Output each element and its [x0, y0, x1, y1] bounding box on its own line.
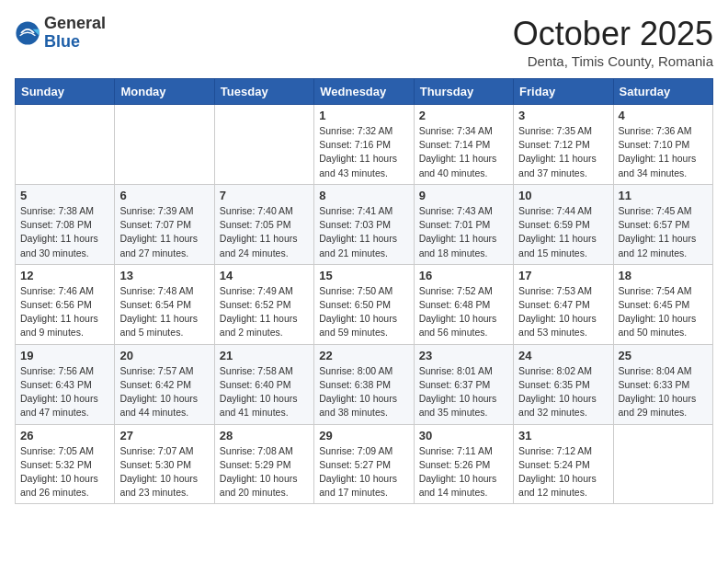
title-block: October 2025 Denta, Timis County, Romani… — [513, 15, 713, 69]
logo-blue: Blue — [44, 33, 106, 52]
day-info: Sunrise: 7:35 AM Sunset: 7:12 PM Dayligh… — [518, 124, 608, 180]
logo-icon — [15, 20, 40, 46]
day-number: 28 — [220, 429, 309, 442]
day-info: Sunrise: 7:11 AM Sunset: 5:26 PM Dayligh… — [419, 444, 508, 500]
calendar-cell: 5Sunrise: 7:38 AM Sunset: 7:08 PM Daylig… — [16, 184, 115, 264]
calendar-week-row: 5Sunrise: 7:38 AM Sunset: 7:08 PM Daylig… — [16, 184, 713, 264]
calendar-cell: 15Sunrise: 7:50 AM Sunset: 6:50 PM Dayli… — [314, 264, 414, 344]
weekday-header: Monday — [115, 79, 214, 105]
calendar-cell: 11Sunrise: 7:45 AM Sunset: 6:57 PM Dayli… — [613, 184, 712, 264]
calendar-week-row: 26Sunrise: 7:05 AM Sunset: 5:32 PM Dayli… — [16, 424, 713, 504]
weekday-header: Thursday — [414, 79, 513, 105]
calendar-cell — [214, 105, 313, 185]
weekday-header: Sunday — [16, 79, 115, 105]
calendar-cell: 12Sunrise: 7:46 AM Sunset: 6:56 PM Dayli… — [16, 264, 115, 344]
calendar-cell: 21Sunrise: 7:58 AM Sunset: 6:40 PM Dayli… — [214, 344, 313, 424]
day-info: Sunrise: 7:50 AM Sunset: 6:50 PM Dayligh… — [319, 284, 408, 340]
calendar-cell: 13Sunrise: 7:48 AM Sunset: 6:54 PM Dayli… — [115, 264, 214, 344]
calendar-week-row: 1Sunrise: 7:32 AM Sunset: 7:16 PM Daylig… — [16, 105, 713, 185]
day-info: Sunrise: 7:49 AM Sunset: 6:52 PM Dayligh… — [220, 284, 309, 340]
day-number: 12 — [20, 269, 109, 282]
day-info: Sunrise: 7:05 AM Sunset: 5:32 PM Dayligh… — [20, 444, 109, 500]
weekday-header: Wednesday — [314, 79, 414, 105]
day-info: Sunrise: 7:43 AM Sunset: 7:01 PM Dayligh… — [419, 204, 508, 260]
day-info: Sunrise: 7:45 AM Sunset: 6:57 PM Dayligh… — [619, 204, 708, 260]
day-info: Sunrise: 8:02 AM Sunset: 6:35 PM Dayligh… — [518, 364, 608, 420]
day-number: 3 — [518, 109, 608, 122]
calendar-cell: 26Sunrise: 7:05 AM Sunset: 5:32 PM Dayli… — [16, 424, 115, 504]
day-info: Sunrise: 7:36 AM Sunset: 7:10 PM Dayligh… — [619, 124, 708, 180]
location-subtitle: Denta, Timis County, Romania — [513, 53, 713, 69]
day-info: Sunrise: 7:44 AM Sunset: 6:59 PM Dayligh… — [518, 204, 608, 260]
calendar-cell: 23Sunrise: 8:01 AM Sunset: 6:37 PM Dayli… — [414, 344, 513, 424]
calendar-cell: 28Sunrise: 7:08 AM Sunset: 5:29 PM Dayli… — [214, 424, 313, 504]
weekday-header: Friday — [514, 79, 613, 105]
day-info: Sunrise: 8:01 AM Sunset: 6:37 PM Dayligh… — [419, 364, 508, 420]
calendar-cell: 31Sunrise: 7:12 AM Sunset: 5:24 PM Dayli… — [514, 424, 613, 504]
day-number: 11 — [619, 189, 708, 202]
calendar-table: SundayMondayTuesdayWednesdayThursdayFrid… — [15, 78, 713, 504]
logo: General Blue — [15, 15, 106, 52]
calendar-cell: 19Sunrise: 7:56 AM Sunset: 6:43 PM Dayli… — [16, 344, 115, 424]
calendar-header-row: SundayMondayTuesdayWednesdayThursdayFrid… — [16, 79, 713, 105]
weekday-header: Tuesday — [214, 79, 313, 105]
calendar-cell: 2Sunrise: 7:34 AM Sunset: 7:14 PM Daylig… — [414, 105, 513, 185]
day-number: 20 — [119, 349, 209, 362]
calendar-cell: 9Sunrise: 7:43 AM Sunset: 7:01 PM Daylig… — [414, 184, 513, 264]
day-info: Sunrise: 7:12 AM Sunset: 5:24 PM Dayligh… — [518, 444, 608, 500]
day-info: Sunrise: 7:48 AM Sunset: 6:54 PM Dayligh… — [119, 284, 209, 340]
day-number: 29 — [319, 429, 408, 442]
calendar-cell: 27Sunrise: 7:07 AM Sunset: 5:30 PM Dayli… — [115, 424, 214, 504]
calendar-week-row: 19Sunrise: 7:56 AM Sunset: 6:43 PM Dayli… — [16, 344, 713, 424]
day-number: 21 — [220, 349, 309, 362]
day-number: 13 — [119, 269, 209, 282]
day-info: Sunrise: 8:04 AM Sunset: 6:33 PM Dayligh… — [619, 364, 708, 420]
day-info: Sunrise: 7:32 AM Sunset: 7:16 PM Dayligh… — [319, 124, 408, 180]
month-title: October 2025 — [513, 15, 713, 53]
day-number: 1 — [319, 109, 408, 122]
day-info: Sunrise: 7:34 AM Sunset: 7:14 PM Dayligh… — [419, 124, 508, 180]
day-number: 8 — [319, 189, 408, 202]
day-number: 6 — [119, 189, 209, 202]
day-number: 7 — [220, 189, 309, 202]
page-header: General Blue October 2025 Denta, Timis C… — [15, 15, 713, 69]
calendar-cell: 1Sunrise: 7:32 AM Sunset: 7:16 PM Daylig… — [314, 105, 414, 185]
day-info: Sunrise: 7:08 AM Sunset: 5:29 PM Dayligh… — [220, 444, 309, 500]
calendar-cell: 29Sunrise: 7:09 AM Sunset: 5:27 PM Dayli… — [314, 424, 414, 504]
day-number: 23 — [419, 349, 508, 362]
day-number: 14 — [220, 269, 309, 282]
day-info: Sunrise: 7:46 AM Sunset: 6:56 PM Dayligh… — [20, 284, 109, 340]
day-info: Sunrise: 7:41 AM Sunset: 7:03 PM Dayligh… — [319, 204, 408, 260]
day-number: 24 — [518, 349, 608, 362]
day-number: 31 — [518, 429, 608, 442]
day-info: Sunrise: 7:40 AM Sunset: 7:05 PM Dayligh… — [220, 204, 309, 260]
calendar-cell — [115, 105, 214, 185]
calendar-cell: 10Sunrise: 7:44 AM Sunset: 6:59 PM Dayli… — [514, 184, 613, 264]
calendar-cell: 4Sunrise: 7:36 AM Sunset: 7:10 PM Daylig… — [613, 105, 712, 185]
day-number: 17 — [518, 269, 608, 282]
calendar-cell: 3Sunrise: 7:35 AM Sunset: 7:12 PM Daylig… — [514, 105, 613, 185]
day-number: 2 — [419, 109, 508, 122]
day-number: 18 — [619, 269, 708, 282]
calendar-cell: 24Sunrise: 8:02 AM Sunset: 6:35 PM Dayli… — [514, 344, 613, 424]
day-number: 30 — [419, 429, 508, 442]
logo-general: General — [44, 15, 106, 33]
calendar-cell: 25Sunrise: 8:04 AM Sunset: 6:33 PM Dayli… — [613, 344, 712, 424]
calendar-cell: 16Sunrise: 7:52 AM Sunset: 6:48 PM Dayli… — [414, 264, 513, 344]
calendar-cell: 22Sunrise: 8:00 AM Sunset: 6:38 PM Dayli… — [314, 344, 414, 424]
day-info: Sunrise: 7:53 AM Sunset: 6:47 PM Dayligh… — [518, 284, 608, 340]
calendar-cell: 17Sunrise: 7:53 AM Sunset: 6:47 PM Dayli… — [514, 264, 613, 344]
calendar-cell: 6Sunrise: 7:39 AM Sunset: 7:07 PM Daylig… — [115, 184, 214, 264]
day-number: 4 — [619, 109, 708, 122]
calendar-week-row: 12Sunrise: 7:46 AM Sunset: 6:56 PM Dayli… — [16, 264, 713, 344]
calendar-cell: 8Sunrise: 7:41 AM Sunset: 7:03 PM Daylig… — [314, 184, 414, 264]
day-info: Sunrise: 8:00 AM Sunset: 6:38 PM Dayligh… — [319, 364, 408, 420]
day-number: 16 — [419, 269, 508, 282]
day-info: Sunrise: 7:57 AM Sunset: 6:42 PM Dayligh… — [119, 364, 209, 420]
day-number: 25 — [619, 349, 708, 362]
day-number: 19 — [20, 349, 109, 362]
day-info: Sunrise: 7:58 AM Sunset: 6:40 PM Dayligh… — [220, 364, 309, 420]
day-number: 27 — [119, 429, 209, 442]
day-number: 22 — [319, 349, 408, 362]
day-info: Sunrise: 7:07 AM Sunset: 5:30 PM Dayligh… — [119, 444, 209, 500]
